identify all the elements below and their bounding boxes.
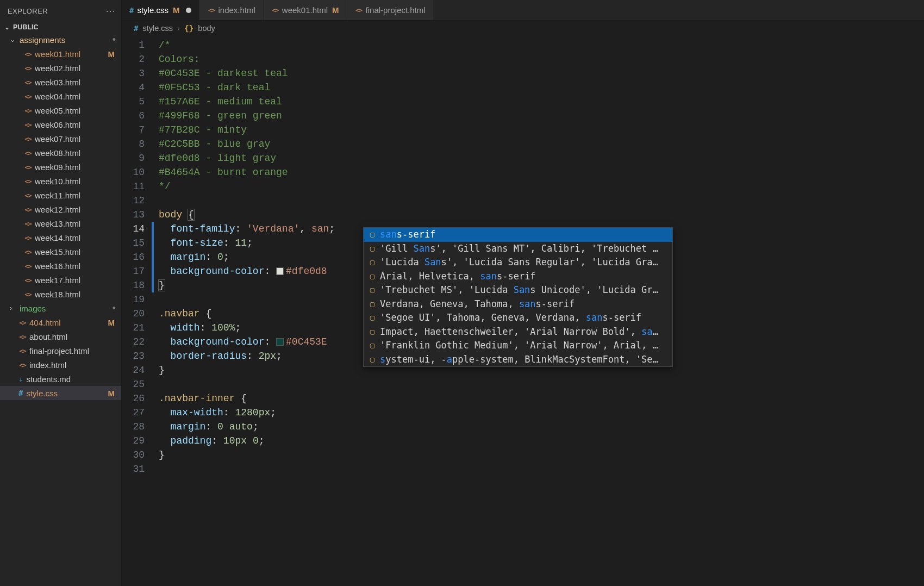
line-number: 9 — [122, 151, 145, 165]
line-number: 1 — [122, 38, 145, 52]
line-number: 20 — [122, 307, 145, 321]
suggest-item-0[interactable]: ▢ sans-serif — [364, 228, 672, 242]
code-line-6[interactable]: #499F68 - green green — [159, 109, 924, 123]
file-week09.html[interactable]: week09.html — [0, 160, 121, 174]
file-week13.html[interactable]: week13.html — [0, 216, 121, 230]
code-line-29[interactable]: padding: 10px 0; — [159, 434, 924, 448]
file-about.html[interactable]: about.html — [0, 329, 121, 344]
file-label: week14.html — [35, 233, 80, 242]
code-line-2[interactable]: Colors: — [159, 52, 924, 66]
line-number: 16 — [122, 250, 145, 264]
suggest-item-5[interactable]: ▢ Verdana, Geneva, Tahoma, sans-serif — [364, 297, 672, 311]
file-students.md[interactable]: ↓ students.md — [0, 372, 121, 386]
code-line-28[interactable]: margin: 0 auto; — [159, 420, 924, 434]
file-final-project.html[interactable]: final-project.html — [0, 344, 121, 358]
code-line-5[interactable]: #157A6E - medium teal — [159, 95, 924, 109]
file-label: final-project.html — [29, 346, 89, 356]
line-number: 8 — [122, 137, 145, 151]
file-week04.html[interactable]: week04.html — [0, 89, 121, 103]
line-number: 29 — [122, 434, 145, 448]
modified-dot-icon: • — [113, 306, 116, 311]
file-week06.html[interactable]: week06.html — [0, 117, 121, 132]
code-line-11[interactable]: */ — [159, 179, 924, 194]
code-line-13[interactable]: body { — [159, 208, 924, 222]
tab-index.html[interactable]: index.html — [199, 0, 263, 20]
code-line-3[interactable]: #0C453E - darkest teal — [159, 66, 924, 80]
folder-images[interactable]: › images • — [0, 301, 121, 315]
file-week10.html[interactable]: week10.html — [0, 174, 121, 188]
modified-badge: M — [332, 5, 339, 15]
hash-icon: # — [134, 24, 138, 33]
code-editor[interactable]: 1234567891011121314151617181920212223242… — [122, 36, 924, 586]
line-number: 18 — [122, 278, 145, 292]
file-week01.html[interactable]: week01.html M — [0, 47, 121, 61]
line-number: 5 — [122, 95, 145, 109]
file-label: week04.html — [35, 92, 80, 101]
autocomplete-popup[interactable]: ▢ sans-serif ▢ 'Gill Sans', 'Gill Sans M… — [363, 227, 673, 367]
line-number: 27 — [122, 406, 145, 420]
tab-week01.html[interactable]: week01.html M — [264, 0, 347, 20]
suggest-item-7[interactable]: ▢ Impact, Haettenschweiler, 'Arial Narro… — [364, 325, 672, 339]
tab-final-project.html[interactable]: final-project.html — [347, 0, 434, 20]
file-label: week15.html — [35, 247, 80, 257]
code-line-4[interactable]: #0F5C53 - dark teal — [159, 80, 924, 95]
code-area[interactable]: /*Colors:#0C453E - darkest teal#0F5C53 -… — [154, 36, 924, 586]
line-number: 4 — [122, 80, 145, 95]
line-number: 7 — [122, 123, 145, 137]
modified-dot-icon: • — [113, 37, 116, 42]
modified-badge: M — [173, 5, 180, 15]
hash-icon: # — [18, 389, 23, 397]
code-line-30[interactable]: } — [159, 448, 924, 462]
file-label: week05.html — [35, 106, 80, 115]
file-week15.html[interactable]: week15.html — [0, 245, 121, 259]
suggest-item-6[interactable]: ▢ 'Segoe UI', Tahoma, Geneva, Verdana, s… — [364, 311, 672, 325]
line-number: 25 — [122, 377, 145, 391]
suggest-item-2[interactable]: ▢ 'Lucida Sans', 'Lucida Sans Regular', … — [364, 255, 672, 270]
suggest-item-9[interactable]: ▢ system-ui, -apple-system, BlinkMacSyst… — [364, 353, 672, 367]
explorer-more-icon[interactable]: ··· — [106, 7, 116, 15]
line-number: 2 — [122, 52, 145, 66]
file-404.html[interactable]: 404.html M — [0, 315, 121, 329]
tab-style.css[interactable]: # style.css M — [122, 0, 199, 20]
suggest-item-1[interactable]: ▢ 'Gill Sans', 'Gill Sans MT', Calibri, … — [364, 242, 672, 256]
line-number: 17 — [122, 264, 145, 278]
file-week08.html[interactable]: week08.html — [0, 146, 121, 160]
code-line-25[interactable] — [159, 377, 924, 391]
file-week07.html[interactable]: week07.html — [0, 132, 121, 146]
breadcrumb-separator-icon: › — [177, 24, 180, 33]
code-line-7[interactable]: #77B28C - minty — [159, 123, 924, 137]
code-line-12[interactable] — [159, 194, 924, 208]
file-week17.html[interactable]: week17.html — [0, 273, 121, 287]
file-label: about.html — [29, 332, 67, 341]
folder-assignments[interactable]: ⌄ assignments • — [0, 33, 121, 47]
suggest-item-4[interactable]: ▢ 'Trebuchet MS', 'Lucida Sans Unicode',… — [364, 283, 672, 297]
modified-badge: M — [108, 49, 116, 59]
suggest-item-3[interactable]: ▢ Arial, Helvetica, sans-serif — [364, 270, 672, 284]
code-line-1[interactable]: /* — [159, 38, 924, 52]
file-style.css[interactable]: # style.css M — [0, 386, 121, 400]
code-icon — [24, 149, 32, 157]
code-line-9[interactable]: #dfe0d8 - light gray — [159, 151, 924, 165]
file-week03.html[interactable]: week03.html — [0, 75, 121, 89]
file-week12.html[interactable]: week12.html — [0, 202, 121, 216]
suggest-item-8[interactable]: ▢ 'Franklin Gothic Medium', 'Arial Narro… — [364, 339, 672, 353]
line-number: 10 — [122, 165, 145, 179]
chevron-down-icon: ⌄ — [4, 23, 11, 31]
code-line-8[interactable]: #C2C5BB - blue gray — [159, 137, 924, 151]
code-line-27[interactable]: max-width: 1280px; — [159, 406, 924, 420]
file-week02.html[interactable]: week02.html — [0, 61, 121, 75]
code-line-26[interactable]: .navbar-inner { — [159, 391, 924, 406]
line-number: 15 — [122, 236, 145, 250]
file-week14.html[interactable]: week14.html — [0, 230, 121, 245]
code-line-10[interactable]: #B4654A - burnt orange — [159, 165, 924, 179]
file-label: week01.html — [35, 49, 80, 59]
code-line-31[interactable] — [159, 462, 924, 476]
file-week18.html[interactable]: week18.html — [0, 287, 121, 301]
chevron-down-icon: ⌄ — [10, 36, 16, 43]
breadcrumb[interactable]: # style.css › {} body — [122, 21, 924, 36]
file-week11.html[interactable]: week11.html — [0, 188, 121, 202]
file-week16.html[interactable]: week16.html — [0, 259, 121, 273]
file-index.html[interactable]: index.html — [0, 358, 121, 372]
explorer-root-section[interactable]: ⌄ PUBLIC — [0, 22, 121, 33]
file-week05.html[interactable]: week05.html — [0, 103, 121, 117]
